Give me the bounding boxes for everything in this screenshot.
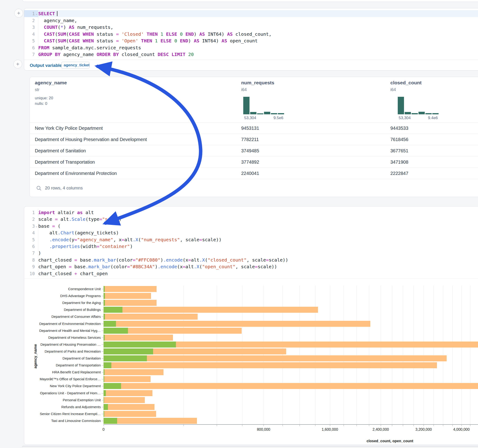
x-axis-tick <box>403 424 403 426</box>
y-axis-label: Correspondence Unit <box>33 286 101 292</box>
python-editor[interactable]: 1import altair as alt2scale = alt.Scale(… <box>24 209 478 277</box>
table-cell: 7618456 <box>390 134 408 145</box>
open-count-bar <box>104 411 104 417</box>
code-line[interactable]: 6 .properties(width="container") <box>24 243 478 250</box>
table-row[interactable]: Department of Environmental Protection22… <box>30 168 478 179</box>
gutter-divider <box>38 209 38 277</box>
gutter-divider <box>38 10 38 58</box>
code-line[interactable]: 5 CAST(SUM(CASE WHEN status = 'Open' THE… <box>24 37 478 44</box>
x-axis-title: closed_count, open_count <box>367 439 413 443</box>
add-cell-button-top[interactable]: + <box>14 9 23 18</box>
line-number: 2 <box>24 216 35 223</box>
code-line[interactable]: 5 .encode(y="agency_name", x=alt.X("num_… <box>24 236 478 243</box>
num-requests-hist-min: 53,304 <box>244 116 256 120</box>
code-text: chart_closed + chart_open <box>38 270 478 277</box>
code-line[interactable]: 3⌄base = ( <box>24 223 478 230</box>
code-text: agency_name, <box>38 17 478 24</box>
line-number: 5 <box>24 37 35 44</box>
sql-editor[interactable]: 1⌄SELECT2 agency_name,3 COUNT(*) AS num_… <box>24 10 478 58</box>
open-count-bar <box>104 321 116 327</box>
x-axis-tick <box>381 424 381 426</box>
gridline <box>357 286 357 424</box>
code-line[interactable]: 6FROM sample_data.nyc.service_requests <box>24 44 478 51</box>
y-axis-tick <box>102 414 103 414</box>
line-number: 2 <box>24 17 35 24</box>
x-axis-tick-label: 1,600,000 <box>322 428 338 432</box>
x-axis-tick <box>217 424 217 426</box>
num-requests-histogram <box>243 97 284 115</box>
closed-count-bar <box>104 335 173 341</box>
row-column-count: 20 rows, 4 columns <box>45 186 83 191</box>
column-type-agency-name: str <box>35 87 39 92</box>
code-text: chart_open = base.mark_bar(color="#8BC34… <box>38 263 478 270</box>
code-text: import altair as alt <box>38 209 478 216</box>
line-number: 1 <box>24 10 35 17</box>
search-icon[interactable] <box>36 186 42 191</box>
open-count-bar <box>104 355 147 361</box>
code-line[interactable]: 7) <box>24 249 478 256</box>
gridline <box>217 286 217 424</box>
x-axis-tick <box>443 424 443 426</box>
code-line[interactable]: 8chart_closed = base.mark_bar(color="#FF… <box>24 256 478 263</box>
open-count-bar <box>104 328 128 334</box>
sql-cell-card: 1⌄SELECT2 agency_name,3 COUNT(*) AS num_… <box>24 8 478 70</box>
y-axis-tick <box>102 379 103 379</box>
dataframe-preview-card: agency_name str unique: 20 nulls: 0 num_… <box>30 77 478 197</box>
y-axis-label: Personal Exemption Unit <box>33 397 101 404</box>
column-meta-nulls: nulls: 0 <box>35 101 47 106</box>
y-axis-tick <box>102 365 103 366</box>
table-cell: 9443533 <box>390 123 408 134</box>
open-count-bar <box>104 369 104 375</box>
y-axis-label: DHS Advantage Programs <box>33 292 101 299</box>
closed-count-bar <box>104 383 478 389</box>
open-count-bar <box>104 376 104 382</box>
y-axis-tick <box>102 386 103 386</box>
table-row[interactable]: Department of Sanitation37494853677651 <box>30 145 478 156</box>
table-footer: 20 rows, 4 columns <box>30 179 478 197</box>
code-line[interactable]: 7GROUP BY agency_name ORDER BY closed_co… <box>24 51 478 58</box>
code-line[interactable]: 3 COUNT(*) AS num_requests, <box>24 24 478 31</box>
column-meta-unique: unique: 20 <box>35 96 53 100</box>
column-header-num-requests[interactable]: num_requests <box>241 80 274 86</box>
x-axis-tick-label: 2,400,000 <box>373 428 389 432</box>
code-line[interactable]: 1⌄SELECT <box>24 10 478 17</box>
output-variable-pill[interactable]: agency_tickets <box>61 62 89 69</box>
table-cell: New York City Police Department <box>35 123 103 134</box>
code-text: scale = alt.Scale(type="sqrt") <box>38 216 478 223</box>
open-count-bar <box>104 348 153 355</box>
code-text: ) <box>38 249 478 256</box>
closed-count-bar <box>104 355 447 361</box>
code-line[interactable]: 1import altair as alt <box>24 209 478 216</box>
gridline <box>434 286 434 424</box>
gridline <box>470 286 470 424</box>
code-line[interactable]: 2scale = alt.Scale(type="sqrt") <box>24 216 478 223</box>
code-text: alt.Chart(agency_tickets) <box>38 229 478 236</box>
table-row[interactable]: Department of Housing Preservation and D… <box>30 134 478 145</box>
column-type-closed-count: i64 <box>390 87 396 92</box>
column-header-closed-count[interactable]: closed_count <box>390 80 421 86</box>
code-line[interactable]: 2 agency_name, <box>24 17 478 24</box>
x-axis-tick <box>264 424 264 426</box>
gridline <box>264 286 264 424</box>
python-cell-card: 1import altair as alt2scale = alt.Scale(… <box>24 206 478 445</box>
gridline <box>392 286 392 424</box>
table-cell: 2222847 <box>390 168 408 179</box>
code-line[interactable]: 4 alt.Chart(agency_tickets) <box>24 229 478 236</box>
code-line[interactable]: 10chart_closed + chart_open <box>24 270 478 277</box>
gridline <box>424 286 424 424</box>
table-row[interactable]: New York City Police Department945313194… <box>30 122 478 134</box>
line-number: 5 <box>24 236 35 243</box>
code-line[interactable]: 9chart_open = base.mark_bar(color="#8BC3… <box>24 263 478 270</box>
code-line[interactable]: 4 CAST(SUM(CASE WHEN status = 'Closed' T… <box>24 31 478 37</box>
y-axis-label: Department of Buildings <box>33 306 101 313</box>
add-cell-button-output[interactable]: + <box>13 60 22 68</box>
column-header-agency-name[interactable]: agency_name <box>35 80 67 86</box>
table-cell: Department of Transportation <box>35 156 95 168</box>
y-axis-tick <box>102 324 103 324</box>
table-row[interactable]: Department of Transportation377489234719… <box>30 156 478 168</box>
y-axis-tick <box>102 310 103 310</box>
table-cell: Department of Sanitation <box>35 145 86 156</box>
x-axis-tick <box>424 424 424 426</box>
gridline <box>381 286 381 424</box>
next-cell-card <box>22 446 478 447</box>
